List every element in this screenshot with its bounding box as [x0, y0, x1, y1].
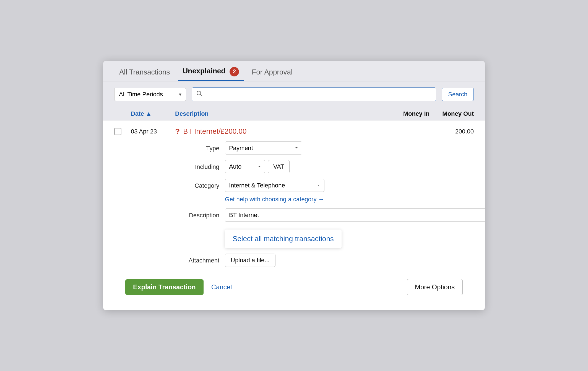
form-row-description: Description: [175, 208, 474, 222]
col-money-out: Money Out: [430, 110, 474, 117]
attachment-control: Upload a file...: [225, 254, 275, 267]
svg-line-1: [201, 94, 202, 96]
time-period-dropdown[interactable]: All Time Periods ▾: [114, 88, 186, 101]
unexplained-badge: 2: [230, 67, 239, 76]
vat-badge: VAT: [268, 160, 290, 173]
upload-button[interactable]: Upload a file...: [225, 254, 275, 267]
category-label: Category: [175, 179, 219, 189]
transaction-main-row: 03 Apr 23 ? BT Internet/£200.00 200.00: [114, 127, 474, 136]
including-select[interactable]: Auto No VAT 20% VAT: [225, 160, 265, 173]
toolbar: All Time Periods ▾ Search: [103, 81, 485, 107]
form-row-type: Type Payment Receipt Bank Transfer: [175, 141, 474, 154]
transaction-checkbox[interactable]: [114, 128, 121, 135]
attachment-label: Attachment: [175, 254, 219, 264]
description-label: Description: [175, 208, 219, 219]
help-category-link[interactable]: Get help with choosing a category →: [225, 196, 324, 203]
including-control: Auto No VAT 20% VAT VAT: [225, 160, 290, 173]
tab-for-approval[interactable]: For Approval: [247, 62, 297, 81]
including-label: Including: [175, 160, 219, 171]
form-row-attachment: Attachment Upload a file...: [175, 254, 474, 267]
col-date: Date ▲: [131, 110, 175, 117]
explain-transaction-button[interactable]: Explain Transaction: [125, 279, 204, 295]
transaction-amount: 200.00: [430, 128, 474, 135]
checkbox-wrap: [114, 128, 131, 135]
col-money-in: Money In: [385, 110, 430, 117]
select-all-control: Select all matching transactions: [225, 227, 342, 248]
category-control: Internet & Telephone General Expenses Of…: [225, 179, 324, 203]
type-control: Payment Receipt Bank Transfer: [225, 141, 302, 154]
search-icon: [196, 91, 202, 98]
tabs-bar: All Transactions Unexplained 2 For Appro…: [103, 61, 485, 81]
category-select[interactable]: Internet & Telephone General Expenses Of…: [225, 179, 324, 192]
tab-unexplained[interactable]: Unexplained 2: [178, 61, 244, 81]
tab-all-transactions[interactable]: All Transactions: [114, 62, 175, 81]
description-control: [225, 208, 485, 222]
form-row-category: Category Internet & Telephone General Ex…: [175, 179, 474, 203]
form-row-including: Including Auto No VAT 20% VAT VAT: [175, 160, 474, 173]
transaction-description: ? BT Internet/£200.00: [175, 127, 385, 136]
chevron-down-icon: ▾: [179, 91, 181, 97]
search-bar: [192, 87, 436, 101]
form-row-select-all: Select all matching transactions: [175, 227, 474, 248]
main-container: All Transactions Unexplained 2 For Appro…: [103, 61, 485, 310]
more-options-button[interactable]: More Options: [407, 279, 463, 295]
action-row: Explain Transaction Cancel More Options: [114, 272, 474, 302]
transaction-row: 03 Apr 23 ? BT Internet/£200.00 200.00 T…: [103, 120, 485, 310]
search-input[interactable]: [206, 91, 431, 98]
type-label: Type: [175, 141, 219, 152]
cancel-button[interactable]: Cancel: [211, 283, 232, 291]
transaction-title: BT Internet/£200.00: [183, 127, 246, 136]
action-left: Explain Transaction Cancel: [125, 279, 232, 295]
table-header: Date ▲ Description Money In Money Out: [103, 107, 485, 120]
transaction-date: 03 Apr 23: [131, 128, 175, 135]
type-select[interactable]: Payment Receipt Bank Transfer: [225, 141, 302, 154]
search-button[interactable]: Search: [442, 88, 474, 101]
description-input[interactable]: [225, 208, 485, 222]
select-all-popup: Select all matching transactions: [225, 230, 342, 248]
transaction-question-icon: ?: [175, 127, 180, 136]
select-all-link[interactable]: Select all matching transactions: [233, 235, 334, 243]
transaction-form: Type Payment Receipt Bank Transfer Inclu…: [114, 141, 474, 267]
col-description: Description: [175, 110, 385, 117]
